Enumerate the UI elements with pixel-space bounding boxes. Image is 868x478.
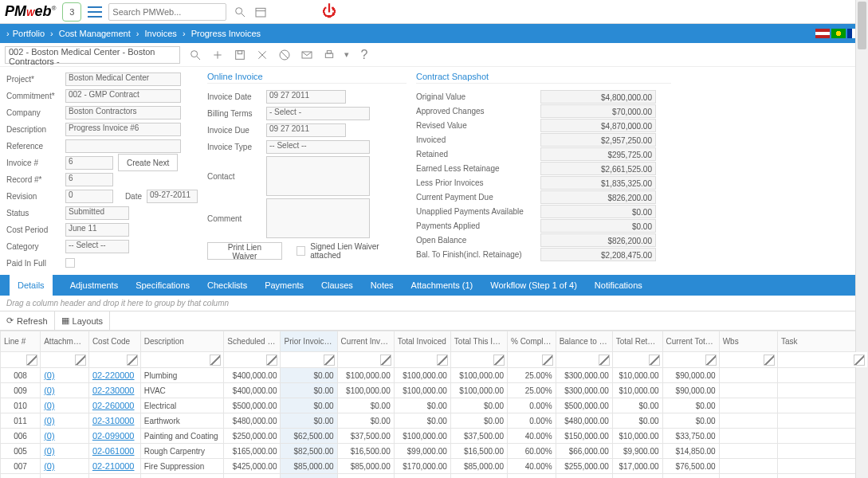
flag-us-icon[interactable] <box>815 29 830 38</box>
table-row[interactable]: 001(0)02-010002General Conditions$415,00… <box>1 474 868 479</box>
attachments-link[interactable]: (0) <box>44 401 54 410</box>
tab-details[interactable]: Details <box>10 275 53 296</box>
filter-cell[interactable] <box>662 352 719 368</box>
costcode-link[interactable]: 02-099000 <box>92 431 135 441</box>
attachments-link[interactable]: (0) <box>44 431 54 441</box>
col-header[interactable]: Current Total Due <box>662 331 719 352</box>
filter-cell[interactable] <box>777 352 867 368</box>
attachments-link[interactable]: (0) <box>44 461 54 471</box>
signed-lien-checkbox[interactable] <box>297 246 305 256</box>
filter-cell[interactable] <box>450 352 507 368</box>
tab-specifications[interactable]: Specifications <box>136 280 190 290</box>
record-no-field[interactable]: 6 <box>65 173 113 186</box>
revision-field[interactable]: 0 <box>65 190 113 203</box>
attachments-link[interactable]: (0) <box>44 446 54 456</box>
billing-terms-field[interactable]: - Select - <box>266 107 370 120</box>
costcode-link[interactable]: 02-210000 <box>92 461 135 471</box>
table-row[interactable]: 010(0)02-260000Electrical$500,000.00$0.0… <box>1 398 868 413</box>
refresh-button[interactable]: ⟳Refresh <box>0 311 55 331</box>
filter-cell[interactable] <box>88 352 140 368</box>
help-icon[interactable]: ? <box>357 48 371 62</box>
create-next-button[interactable]: Create Next <box>118 154 178 171</box>
filter-cell[interactable] <box>281 352 337 368</box>
col-header[interactable]: Task <box>777 331 867 352</box>
costcode-link[interactable]: 02-310000 <box>92 416 135 425</box>
table-row[interactable]: 009(0)02-230000HVAC$400,000.00$0.00$100,… <box>1 383 868 398</box>
contact-field[interactable] <box>266 156 370 196</box>
costcode-link[interactable]: 02-230000 <box>92 386 135 395</box>
reference-field[interactable] <box>65 139 181 153</box>
table-row[interactable]: 008(0)02-220000Plumbing$400,000.00$0.00$… <box>1 368 868 383</box>
description-field[interactable]: Progress Invoice #6 <box>65 123 181 136</box>
table-row[interactable]: 006(0)02-099000Painting and Coating$250,… <box>1 429 868 444</box>
col-header[interactable]: Total This Invoice <box>450 331 507 352</box>
filter-cell[interactable] <box>337 352 394 368</box>
col-header[interactable]: Wbs <box>719 331 777 352</box>
filter-cell[interactable] <box>1 352 41 368</box>
tab-notifications[interactable]: Notifications <box>595 280 642 290</box>
record-selector[interactable]: 002 - Boston Medical Center - Boston Con… <box>5 46 180 64</box>
tab-clauses[interactable]: Clauses <box>321 280 353 290</box>
col-header[interactable]: Scheduled Value <box>224 331 281 352</box>
hamburger-icon[interactable] <box>88 5 102 19</box>
col-header[interactable]: Description <box>140 331 224 352</box>
company-field[interactable]: Boston Contractors <box>65 106 181 120</box>
filter-cell[interactable] <box>719 352 777 368</box>
table-row[interactable]: 011(0)02-310000Earthwork$480,000.00$0.00… <box>1 413 868 429</box>
costcode-link[interactable]: 02-260000 <box>92 401 135 410</box>
tab-adjustments[interactable]: Adjustments <box>70 280 119 290</box>
tab-checklists[interactable]: Checklists <box>207 280 247 290</box>
invoice-date-field[interactable]: 09 27 2011 <box>266 90 346 104</box>
chevron-right-icon[interactable]: › <box>6 29 10 38</box>
crumb[interactable]: Progress Invoices <box>191 29 261 38</box>
attachments-link[interactable]: (0) <box>44 370 54 380</box>
print-icon[interactable] <box>322 48 336 62</box>
col-header[interactable]: Total Invoiced <box>394 331 450 352</box>
status-field[interactable]: Submitted <box>65 206 129 220</box>
scrollbar-vertical[interactable] <box>855 0 868 478</box>
filter-cell[interactable] <box>507 352 556 368</box>
email-icon[interactable] <box>300 48 314 62</box>
filter-cell[interactable] <box>140 352 224 368</box>
crumb[interactable]: Portfolio <box>13 29 45 38</box>
calendar-icon[interactable] <box>253 5 268 19</box>
save-icon[interactable] <box>233 48 247 62</box>
filter-cell[interactable] <box>556 352 612 368</box>
costcode-link[interactable]: 02-061000 <box>92 446 135 456</box>
tab-notes[interactable]: Notes <box>371 280 394 290</box>
comment-field[interactable] <box>266 198 370 238</box>
filter-cell[interactable] <box>612 352 662 368</box>
badge[interactable]: 3 <box>62 2 81 22</box>
col-header[interactable]: Line # <box>1 331 41 352</box>
paid-in-full-checkbox[interactable] <box>65 258 75 268</box>
search-record-icon[interactable] <box>188 48 202 62</box>
filter-cell[interactable] <box>224 352 281 368</box>
project-field[interactable]: Boston Medical Center <box>65 72 181 86</box>
date-field[interactable]: 09-27-2011 <box>147 190 198 203</box>
col-header[interactable]: Cost Code <box>88 331 140 352</box>
col-header[interactable]: Attachments <box>41 331 89 352</box>
commitment-field[interactable]: 002 - GMP Contract <box>65 89 181 103</box>
cost-period-field[interactable]: June 11 <box>65 223 129 237</box>
crumb[interactable]: Invoices <box>144 29 176 38</box>
print-lien-button[interactable]: Print Lien Waiver <box>207 242 282 260</box>
add-icon[interactable] <box>210 48 225 62</box>
flag-br-icon[interactable] <box>831 29 846 38</box>
col-header[interactable]: Current Invoice <box>337 331 394 352</box>
category-field[interactable]: -- Select -- <box>65 240 129 253</box>
power-icon[interactable]: ⏻ <box>322 3 336 20</box>
col-header[interactable]: Balance to Invoice <box>556 331 612 352</box>
costcode-link[interactable]: 02-220000 <box>92 370 135 380</box>
tab-workflow-step-of-[interactable]: Workflow (Step 1 of 4) <box>490 280 577 290</box>
delete-icon[interactable] <box>255 48 269 62</box>
attachments-link[interactable]: (0) <box>44 386 54 395</box>
attachments-link[interactable]: (0) <box>44 416 54 425</box>
invoice-type-field[interactable]: -- Select -- <box>266 140 370 154</box>
tab-attachments-[interactable]: Attachments (1) <box>411 280 473 290</box>
search-input[interactable] <box>108 3 226 21</box>
filter-cell[interactable] <box>41 352 89 368</box>
search-icon[interactable] <box>233 5 247 19</box>
tab-payments[interactable]: Payments <box>265 280 304 290</box>
crumb[interactable]: Cost Management <box>59 29 131 38</box>
layouts-button[interactable]: ▦Layouts <box>55 311 111 331</box>
